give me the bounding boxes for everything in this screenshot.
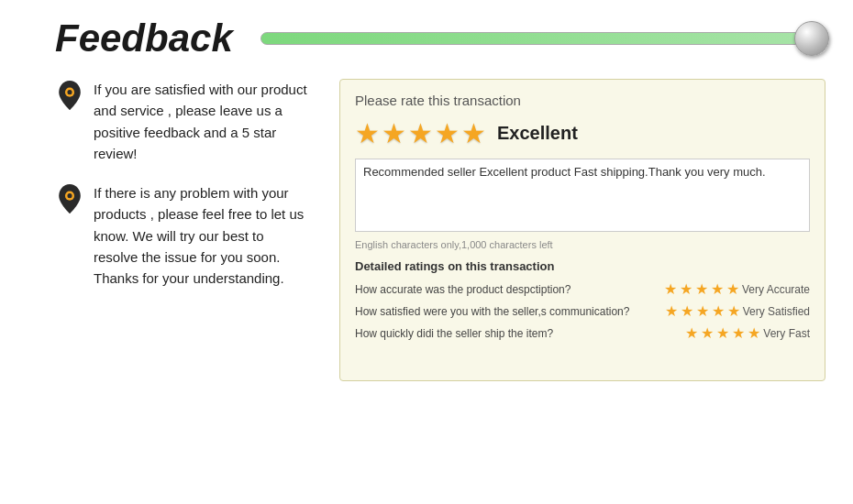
form-title: Please rate this transaction xyxy=(355,93,810,108)
rating-question-1: How accurate was the product despctiptio… xyxy=(355,283,664,296)
mini-star-2c: ★ xyxy=(696,302,709,320)
detailed-ratings-title: Detailed ratings on this transaction xyxy=(355,259,810,273)
mini-star-1c: ★ xyxy=(695,280,708,298)
mini-star-3a: ★ xyxy=(685,324,698,342)
mini-star-1b: ★ xyxy=(680,280,692,298)
rating-question-2: How satisfied were you with the seller,s… xyxy=(355,305,665,318)
mini-star-2b: ★ xyxy=(681,302,693,320)
pin-icon-1 xyxy=(55,81,84,110)
mini-star-3c: ★ xyxy=(716,324,729,342)
star-5[interactable]: ★ xyxy=(461,117,486,149)
info-block-1: If you are satisfied with our product an… xyxy=(55,79,312,164)
mini-star-3e: ★ xyxy=(748,324,760,342)
left-panel: If you are satisfied with our product an… xyxy=(55,79,312,381)
rating-label-1: Very Accurate xyxy=(742,283,810,296)
mini-star-3d: ★ xyxy=(732,324,745,342)
info-block-2: If there is any problem with your produc… xyxy=(55,182,312,289)
mini-stars-3: ★ ★ ★ ★ ★ Very Fast xyxy=(685,324,810,342)
star-1[interactable]: ★ xyxy=(355,117,380,149)
mini-stars-2: ★ ★ ★ ★ ★ Very Satisfied xyxy=(665,302,810,320)
rating-row-2: How satisfied were you with the seller,s… xyxy=(355,302,810,320)
star-4[interactable]: ★ xyxy=(435,117,460,149)
star-2[interactable]: ★ xyxy=(382,117,406,149)
svg-point-1 xyxy=(67,90,72,94)
stars-row: ★ ★ ★ ★ ★ Excellent xyxy=(355,117,810,149)
info-text-2: If there is any problem with your produc… xyxy=(94,182,312,289)
mini-star-2d: ★ xyxy=(712,302,725,320)
review-textarea[interactable] xyxy=(355,159,810,232)
mini-star-1d: ★ xyxy=(711,280,724,298)
svg-point-3 xyxy=(67,193,72,198)
mini-star-3b: ★ xyxy=(701,324,714,342)
mini-star-1e: ★ xyxy=(726,280,739,298)
page-title: Feedback xyxy=(55,16,233,60)
main-content: If you are satisfied with our product an… xyxy=(0,70,853,390)
rating-row-3: How quickly didi the seller ship the ite… xyxy=(355,324,810,342)
rating-question-3: How quickly didi the seller ship the ite… xyxy=(355,327,685,340)
star-3[interactable]: ★ xyxy=(408,117,433,149)
rating-slider[interactable] xyxy=(260,26,825,51)
mini-star-2e: ★ xyxy=(727,302,740,320)
rating-label: Excellent xyxy=(497,123,578,144)
feedback-form: Please rate this transaction ★ ★ ★ ★ ★ E… xyxy=(339,79,825,381)
rating-label-3: Very Fast xyxy=(763,327,810,340)
mini-star-2a: ★ xyxy=(665,302,678,320)
char-limit: English characters only,1,000 characters… xyxy=(355,239,810,250)
rating-label-2: Very Satisfied xyxy=(743,305,810,318)
pin-icon-2 xyxy=(55,184,84,214)
mini-star-1a: ★ xyxy=(664,280,677,298)
info-text-1: If you are satisfied with our product an… xyxy=(94,79,312,164)
header: Feedback xyxy=(0,0,853,70)
mini-stars-1: ★ ★ ★ ★ ★ Very Accurate xyxy=(664,280,810,298)
rating-row-1: How accurate was the product despctiptio… xyxy=(355,280,810,298)
rating-stars[interactable]: ★ ★ ★ ★ ★ xyxy=(355,117,486,149)
slider-thumb[interactable] xyxy=(794,21,829,56)
slider-track xyxy=(260,32,825,45)
